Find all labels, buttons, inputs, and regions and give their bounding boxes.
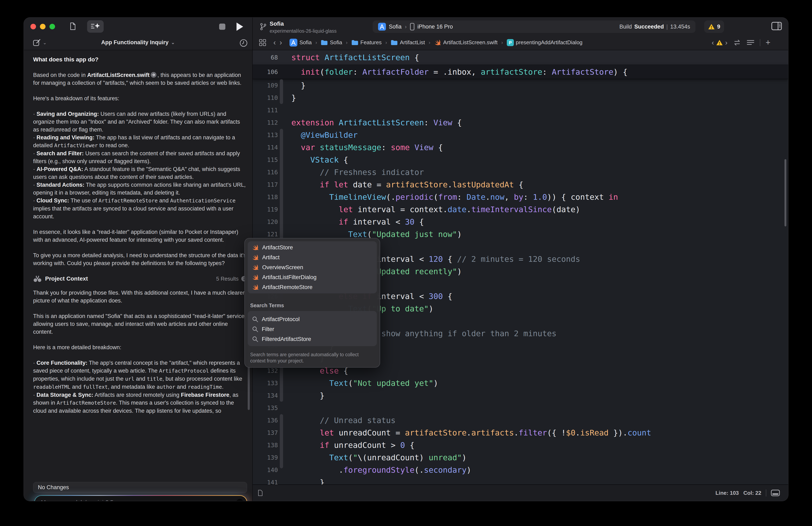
code-line-112[interactable]: 112extension ArtifactListScreen: View { (253, 116, 788, 129)
code-text: // Freshness indicator (291, 166, 424, 178)
context-symbol-artifactstore[interactable]: ArtifactStore (248, 242, 377, 253)
zoom-window-button[interactable] (49, 24, 55, 29)
chat-text: · (33, 182, 37, 188)
chat-text: The use of (69, 197, 99, 204)
chat-text: readableHTML (33, 384, 71, 390)
record-button[interactable] (236, 499, 243, 501)
context-symbol-artifactlistfilterdialog[interactable]: ArtifactListFilterDialog (248, 272, 377, 282)
breadcrumb-item-features[interactable]: Features (351, 39, 382, 46)
divider (766, 490, 766, 496)
code-line-117[interactable]: 117 if let date = artifactStore.lastUpda… (253, 178, 788, 191)
chat-text: implies that the artifacts are synced to… (33, 206, 233, 220)
issue-back-chevron-icon[interactable]: ‹ (712, 39, 714, 46)
history-clock-icon[interactable] (240, 39, 248, 47)
code-line-138[interactable]: 138 if unreadCount > 0 { (253, 439, 788, 451)
code-line-109[interactable]: 109 } (253, 79, 788, 92)
bullet-item: · Core Functionality: The app's central … (33, 359, 247, 391)
line-number: 116 (253, 166, 278, 178)
chat-text: AI-Powered Q&A: (37, 166, 83, 172)
code-line-68[interactable]: 68struct ArtifactListScreen { (253, 50, 788, 65)
code-line-139[interactable]: 139 Text("\(unreadCount) unread") (253, 451, 788, 464)
warnings-badge[interactable]: 9 (704, 20, 724, 33)
editor-scrollbar[interactable] (784, 159, 786, 226)
code-line-115[interactable]: 115 VStack { (253, 154, 788, 166)
add-editor-icon[interactable]: + (766, 38, 770, 47)
fold-ribbon[interactable] (280, 79, 283, 104)
breadcrumb-item-artifactlistscreen-swift[interactable]: ArtifactListScreen.swift (434, 39, 498, 46)
swap-editor-icon[interactable] (733, 39, 741, 46)
assistant-paragraph: Here is a more detailed breakdown: (33, 343, 247, 351)
breadcrumb-item-sofia[interactable]: Sofia (290, 39, 311, 46)
swift-icon (252, 274, 259, 281)
file-doc-icon[interactable] (258, 490, 263, 496)
code-line-119[interactable]: 119 let interval = context.date.timeInte… (253, 203, 788, 216)
issue-forward-chevron-icon[interactable]: › (725, 39, 727, 46)
line-number: 106 (253, 65, 278, 79)
close-window-button[interactable] (30, 24, 36, 29)
xcode-window: Sofia experimental/ios-26-liquid-glass S… (24, 17, 788, 501)
chat-text: This is an application named "Sofia" tha… (33, 313, 246, 335)
code-line-140[interactable]: 140 .foregroundStyle(.secondary) (253, 464, 788, 476)
code-line-133[interactable]: 133 Text("Not updated yet") (253, 377, 788, 389)
breadcrumb-item-presentingaddartifactdialog[interactable]: PpresentingAddArtifactDialog (507, 39, 582, 46)
project-context-title: Project Context (45, 275, 88, 283)
context-symbol-artifact[interactable]: Artifact (248, 253, 377, 262)
back-chevron-icon[interactable]: ‹ (273, 38, 276, 47)
activity-status-pill[interactable]: Sofia › iPhone 16 Pro Build Succeeded | … (373, 20, 696, 33)
context-symbol-artifactremotestore[interactable]: ArtifactRemoteStore (248, 282, 377, 292)
breadcrumb-item-sofia[interactable]: Sofia (321, 39, 342, 46)
project-context-popup: ArtifactStoreArtifactOverviewScreenArtif… (244, 238, 380, 367)
conversation-title[interactable]: App Functionality Inquiry ⌄ (24, 35, 252, 50)
code-line-116[interactable]: 116 // Freshness indicator (253, 166, 788, 178)
chat-text: · (33, 360, 37, 366)
goto-badge-icon[interactable] (150, 72, 157, 78)
code-line-118[interactable]: 118 TimelineView(.periodic(from: Date.no… (253, 191, 788, 203)
breadcrumb-item-artifactlist[interactable]: ArtifactList (391, 39, 425, 46)
line-number: 141 (253, 476, 278, 484)
code-line-111[interactable]: 111 (253, 104, 788, 116)
code-line-141[interactable]: 141 } (253, 476, 788, 484)
code-text: extension ArtifactListScreen: View { (291, 116, 462, 129)
folder-icon (321, 40, 328, 45)
screen: Sofia experimental/ios-26-liquid-glass S… (0, 0, 812, 526)
search-terms-label: Search Terms (250, 302, 374, 309)
code-line-134[interactable]: 134 } (253, 389, 788, 402)
code-line-106[interactable]: 106 init(folder: ArtifactFolder = .inbox… (253, 65, 788, 79)
code-line-137[interactable]: 137 let unreadCount = artifactStore.arti… (253, 426, 788, 439)
chat-text: ArtifactRemoteStore (57, 400, 116, 406)
search-term-artifactprotocol[interactable]: ArtifactProtocol (248, 314, 377, 324)
assistant-toggle-button[interactable] (87, 20, 104, 33)
code-line-114[interactable]: 114 var statusMessage: some View { (253, 141, 788, 154)
message-input[interactable]: Message models/gemini-2.5-pro (34, 495, 247, 501)
code-line-113[interactable]: 113 @ViewBuilder (253, 129, 788, 141)
bullet-item: · Standard Actions: The app supports com… (33, 181, 247, 197)
code-line-135[interactable]: 135 (253, 402, 788, 414)
search-term-filteredartifactstore[interactable]: FilteredArtifactStore (248, 334, 377, 344)
no-changes-label: No Changes (38, 484, 69, 491)
dock-panel-icon[interactable] (771, 490, 780, 496)
minimap-lines-icon[interactable] (746, 40, 754, 46)
context-symbol-overviewscreen[interactable]: OverviewScreen (248, 262, 377, 272)
new-file-icon[interactable] (70, 22, 76, 30)
stop-button[interactable] (219, 24, 226, 30)
run-button[interactable] (236, 22, 243, 31)
assistant-paragraph: Thank you for providing those files. Wit… (33, 289, 247, 304)
no-changes-bar[interactable]: No Changes (33, 482, 247, 493)
related-items-icon[interactable] (259, 39, 266, 46)
line-number: 139 (253, 451, 278, 464)
code-line-136[interactable]: 136 // Unread status (253, 414, 788, 426)
forward-chevron-icon[interactable]: › (279, 38, 282, 47)
context-symbols-card: ArtifactStoreArtifactOverviewScreenArtif… (248, 241, 377, 294)
code-line-120[interactable]: 120 if interval < 30 { (253, 216, 788, 228)
chat-text: To give you a more detailed analysis, I … (33, 252, 246, 266)
code-text: .foregroundStyle(.secondary) (291, 464, 471, 476)
chat-text: url (125, 376, 134, 382)
search-term-filter[interactable]: Filter (248, 324, 377, 334)
right-sidebar-toggle-icon[interactable] (771, 22, 782, 30)
project-context-results[interactable]: 5 Results (216, 275, 247, 283)
project-context-row[interactable]: Project Context5 Results (33, 275, 247, 283)
breadcrumb-label: Sofia (330, 39, 342, 46)
fold-ribbon[interactable] (280, 414, 283, 468)
minimize-window-button[interactable] (40, 24, 45, 29)
code-line-110[interactable]: 110} (253, 92, 788, 104)
